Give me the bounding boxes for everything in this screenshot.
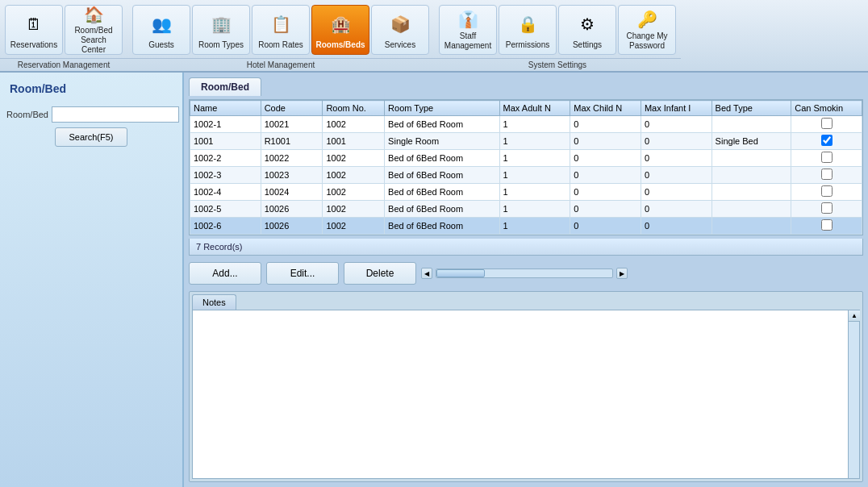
smoking-checkbox[interactable] xyxy=(821,169,833,180)
settings-label: Settings xyxy=(573,40,602,50)
permissions-label: Permissions xyxy=(506,40,549,50)
table-cell: Bed of 6Bed Room xyxy=(385,201,499,218)
table-cell: Bed of 6Bed Room xyxy=(385,150,499,167)
search-row: Room/Bed xyxy=(6,106,176,123)
table-cell: R1001 xyxy=(261,133,323,150)
table-cell: 0 xyxy=(570,167,641,184)
table-cell: 1002 xyxy=(323,201,385,218)
col-smoking: Can Smokin xyxy=(791,101,862,116)
scroll-track[interactable] xyxy=(436,268,613,278)
smoking-cell[interactable] xyxy=(791,184,862,201)
settings-btn[interactable]: ⚙ Settings xyxy=(558,5,616,55)
table-cell: 1002-3 xyxy=(190,167,261,184)
table-row[interactable]: 1002-4100241002Bed of 6Bed Room100 xyxy=(190,184,862,201)
toolbar: 🗓 Reservations 🏠 Room/Bed Search Center … xyxy=(0,0,868,73)
smoking-checkbox[interactable] xyxy=(821,135,833,146)
col-max-adult: Max Adult N xyxy=(499,101,570,116)
scroll-right-arrow[interactable]: ▶ xyxy=(616,268,628,279)
table-cell: 10022 xyxy=(261,150,323,167)
table-cell: 1002 xyxy=(323,116,385,133)
table-cell: 1 xyxy=(499,150,570,167)
services-label: Services xyxy=(385,40,415,50)
search-button[interactable]: Search(F5) xyxy=(55,127,127,147)
table-cell: 1002-2 xyxy=(190,150,261,167)
room-bed-search-label: Room/Bed Search Center xyxy=(69,26,119,55)
change-password-btn[interactable]: 🔑 Change My Password xyxy=(618,5,676,55)
room-rates-btn[interactable]: 📋 Room Rates xyxy=(252,5,310,55)
reservations-label: Reservations xyxy=(10,40,57,50)
services-btn[interactable]: 📦 Services xyxy=(371,5,429,55)
permissions-btn[interactable]: 🔒 Permissions xyxy=(499,5,557,55)
table-cell: 1002 xyxy=(323,218,385,235)
smoking-cell[interactable] xyxy=(791,116,862,133)
table-cell: Bed of 6Bed Room xyxy=(385,167,499,184)
search-label: Room/Bed xyxy=(6,110,48,119)
smoking-cell[interactable] xyxy=(791,150,862,167)
change-password-icon: 🔑 xyxy=(632,9,661,30)
room-bed-search-btn[interactable]: 🏠 Room/Bed Search Center xyxy=(65,5,123,55)
table-cell: 10024 xyxy=(261,184,323,201)
table-cell: Bed of 6Bed Room xyxy=(385,116,499,133)
search-input[interactable] xyxy=(52,106,179,123)
tab-header: Room/Bed xyxy=(189,77,863,96)
rooms-beds-btn[interactable]: 🏨 Rooms/Beds xyxy=(311,5,369,55)
table-cell xyxy=(712,150,791,167)
room-rates-label: Room Rates xyxy=(258,40,303,50)
smoking-checkbox[interactable] xyxy=(821,185,833,197)
guests-icon: 👥 xyxy=(147,10,176,39)
smoking-checkbox[interactable] xyxy=(821,118,833,129)
edit-button[interactable]: Edit... xyxy=(266,262,339,285)
reservations-btn[interactable]: 🗓 Reservations xyxy=(5,5,63,55)
table-cell: 0 xyxy=(570,201,641,218)
table-cell: 1001 xyxy=(323,133,385,150)
smoking-cell[interactable] xyxy=(791,218,862,235)
guests-btn[interactable]: 👥 Guests xyxy=(132,5,190,55)
table-cell xyxy=(712,184,791,201)
table-header-row: Name Code Room No. Room Type Max Adult N… xyxy=(190,101,862,116)
table-cell: 0 xyxy=(641,218,712,235)
table-cell: 1002 xyxy=(323,184,385,201)
table-row[interactable]: 1002-6100261002Bed of 6Bed Room100 xyxy=(190,218,862,235)
notes-body[interactable]: ▲ xyxy=(192,310,860,479)
change-password-label: Change My Password xyxy=(622,31,672,51)
scroll-bar-row: ◀ ▶ xyxy=(421,268,628,279)
delete-button[interactable]: Delete xyxy=(344,262,416,285)
tab-room-bed[interactable]: Room/Bed xyxy=(189,77,261,96)
col-code: Code xyxy=(261,101,323,116)
table-cell: 0 xyxy=(641,116,712,133)
record-count: 7 Record(s) xyxy=(189,239,863,256)
smoking-checkbox[interactable] xyxy=(821,152,833,163)
notes-scrollbar: ▲ xyxy=(848,310,859,478)
add-button[interactable]: Add... xyxy=(189,262,261,285)
room-rates-icon: 📋 xyxy=(266,10,295,39)
smoking-cell[interactable] xyxy=(791,133,862,150)
table-cell: Bed of 6Bed Room xyxy=(385,184,499,201)
table-cell xyxy=(712,218,791,235)
action-row: Add... Edit... Delete ◀ ▶ xyxy=(189,259,863,288)
table-cell: 1 xyxy=(499,184,570,201)
table-row[interactable]: 1002-2100221002Bed of 6Bed Room100 xyxy=(190,150,862,167)
smoking-cell[interactable] xyxy=(791,167,862,184)
table-row[interactable]: 1001R10011001Single Room100Single Bed xyxy=(190,133,862,150)
staff-management-btn[interactable]: 👔 Staff Management xyxy=(439,5,497,55)
settings-icon: ⚙ xyxy=(573,10,602,39)
table-cell: Single Room xyxy=(385,133,499,150)
table-cell: 1 xyxy=(499,201,570,218)
table-cell: 0 xyxy=(641,133,712,150)
room-types-btn[interactable]: 🏢 Room Types xyxy=(192,5,250,55)
table-body: 1002-1100211002Bed of 6Bed Room1001001R1… xyxy=(190,116,862,235)
smoking-checkbox[interactable] xyxy=(821,202,833,214)
table-row[interactable]: 1002-5100261002Bed of 6Bed Room100 xyxy=(190,201,862,218)
notes-scroll-up[interactable]: ▲ xyxy=(849,310,860,322)
table-cell: 1001 xyxy=(190,133,261,150)
table-row[interactable]: 1002-3100231002Bed of 6Bed Room100 xyxy=(190,167,862,184)
notes-tab[interactable]: Notes xyxy=(192,294,236,310)
col-max-child: Max Child N xyxy=(570,101,641,116)
scroll-left-arrow[interactable]: ◀ xyxy=(421,268,432,279)
smoking-checkbox[interactable] xyxy=(821,219,833,231)
left-panel-title: Room/Bed xyxy=(6,79,176,98)
table-cell: 10023 xyxy=(261,167,323,184)
table-cell: 0 xyxy=(641,150,712,167)
table-row[interactable]: 1002-1100211002Bed of 6Bed Room100 xyxy=(190,116,862,133)
smoking-cell[interactable] xyxy=(791,201,862,218)
